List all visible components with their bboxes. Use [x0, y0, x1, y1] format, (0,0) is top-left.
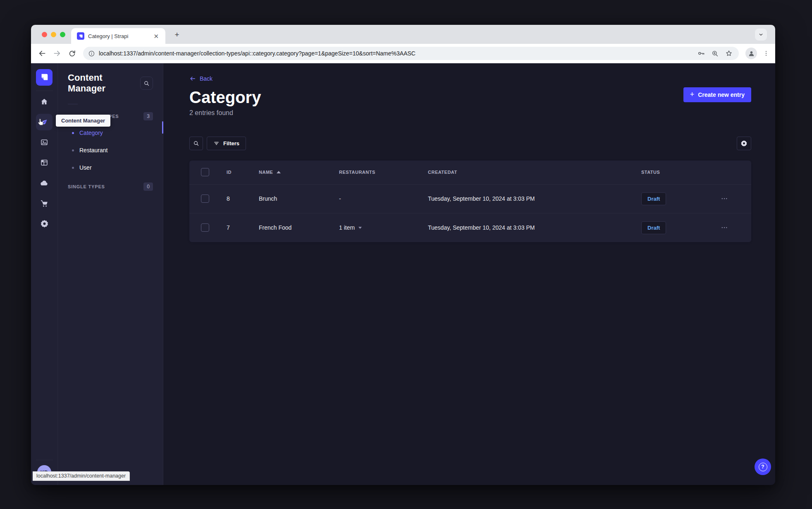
sidebar-item-restaurant[interactable]: Restaurant — [68, 142, 153, 159]
create-new-entry-button[interactable]: + Create new entry — [683, 87, 751, 102]
back-nav-icon[interactable] — [36, 47, 48, 60]
cell-id: 7 — [227, 224, 259, 231]
column-header-name[interactable]: NAME — [259, 170, 339, 175]
reload-icon[interactable] — [66, 47, 78, 60]
page-title: Category — [189, 88, 751, 107]
tab-search-chevron-icon[interactable] — [755, 29, 767, 41]
hand-cursor-icon — [36, 118, 46, 127]
row-checkbox[interactable] — [201, 223, 209, 232]
back-arrow-icon — [189, 75, 196, 82]
cell-restaurants-dropdown[interactable]: 1 item — [339, 224, 428, 231]
strapi-app: KD Content Manager COLLECTION TYPES 3 Ca… — [31, 63, 775, 485]
browser-profile-avatar[interactable] — [745, 48, 757, 59]
strapi-favicon — [77, 32, 84, 40]
collection-type-label: User — [79, 164, 92, 171]
table-row[interactable]: 7 French Food 1 item Tuesday, September … — [189, 213, 751, 242]
collection-types-count-badge: 3 — [143, 112, 153, 120]
password-key-icon[interactable] — [697, 49, 705, 58]
sidebar-item-category[interactable]: Category — [68, 124, 153, 142]
page-info-icon[interactable] — [88, 50, 95, 57]
content-manager-tooltip: Content Manager — [56, 115, 110, 127]
sort-ascending-icon — [277, 171, 281, 173]
new-tab-button[interactable]: + — [172, 29, 182, 40]
gear-icon — [40, 219, 49, 228]
entries-count: 2 entries found — [189, 109, 751, 117]
row-checkbox[interactable] — [201, 194, 209, 203]
minimize-window-button[interactable] — [51, 32, 56, 37]
single-types-count-badge: 0 — [143, 182, 153, 191]
cell-name: French Food — [259, 224, 339, 231]
browser-tab[interactable]: Category | Strapi ✕ — [71, 28, 165, 44]
question-mark-icon: ? — [759, 463, 767, 471]
sidebar-item-deploy[interactable] — [36, 175, 53, 191]
rail-divider-bottom — [36, 460, 53, 460]
column-header-id[interactable]: ID — [227, 170, 259, 175]
column-header-status[interactable]: STATUS — [641, 170, 712, 175]
select-all-checkbox[interactable] — [201, 168, 209, 176]
link-status-bubble: localhost:1337/admin/content-manager — [33, 471, 130, 481]
bullet-icon — [72, 149, 74, 151]
table-settings-button[interactable] — [737, 137, 751, 150]
single-types-label: SINGLE TYPES — [68, 184, 105, 189]
cell-name: Brunch — [259, 195, 339, 202]
window-controls — [42, 32, 65, 37]
sidebar-item-home[interactable] — [36, 94, 53, 110]
help-button[interactable]: ? — [755, 459, 771, 475]
table-row[interactable]: 8 Brunch - Tuesday, September 10, 2024 a… — [189, 184, 751, 213]
filter-toolbar: Filters — [189, 137, 751, 150]
browser-toolbar: localhost:1337/admin/content-manager/col… — [31, 44, 775, 63]
filters-button[interactable]: Filters — [207, 137, 246, 150]
bullet-icon — [72, 132, 74, 134]
media-library-icon — [40, 138, 48, 146]
strapi-logo[interactable] — [36, 69, 53, 86]
filter-lines-icon — [213, 140, 220, 146]
entries-table: ID NAME RESTAURANTS CREATEDAT STATUS 8 B… — [189, 161, 751, 242]
bookmark-star-icon[interactable] — [725, 49, 733, 58]
collection-type-label: Restaurant — [79, 147, 107, 154]
browser-menu-kebab-icon[interactable] — [763, 50, 769, 57]
row-actions-menu-icon[interactable] — [721, 195, 728, 202]
table-header-row: ID NAME RESTAURANTS CREATEDAT STATUS — [189, 161, 751, 184]
row-actions-menu-icon[interactable] — [721, 224, 728, 231]
tab-title: Category | Strapi — [88, 33, 152, 39]
url-text[interactable]: localhost:1337/admin/content-manager/col… — [99, 50, 691, 57]
panel-divider — [68, 104, 78, 104]
cell-createdat: Tuesday, September 10, 2024 at 3:03 PM — [428, 224, 641, 231]
rail-divider — [36, 91, 53, 91]
panel-search-button[interactable] — [140, 77, 153, 90]
close-window-button[interactable] — [42, 32, 47, 37]
cell-id: 8 — [227, 195, 259, 202]
chevron-down-icon — [358, 227, 362, 229]
status-badge: Draft — [641, 192, 666, 205]
plus-icon: + — [690, 91, 695, 98]
gear-icon — [740, 140, 748, 147]
sidebar-item-media-library[interactable] — [36, 134, 53, 151]
maximize-window-button[interactable] — [60, 32, 65, 37]
sidebar-item-settings[interactable] — [36, 215, 53, 232]
cloud-icon — [40, 178, 49, 187]
zoom-icon[interactable] — [711, 50, 719, 58]
cell-createdat: Tuesday, September 10, 2024 at 3:03 PM — [428, 195, 641, 202]
shopping-cart-icon — [40, 199, 49, 208]
bullet-icon — [72, 167, 74, 169]
status-badge: Draft — [641, 221, 666, 234]
sidebar-item-user[interactable]: User — [68, 159, 153, 176]
home-icon — [40, 98, 48, 106]
forward-nav-icon[interactable] — [51, 47, 63, 60]
main-content: Back Category 2 entries found + Create n… — [163, 63, 775, 485]
table-search-button[interactable] — [189, 137, 203, 150]
panel-title: Content Manager — [68, 72, 140, 94]
cell-restaurants: - — [339, 195, 428, 202]
browser-window: Category | Strapi ✕ + localhost:1337/adm… — [31, 25, 775, 485]
layout-builder-icon — [40, 158, 48, 167]
browser-tab-strip: Category | Strapi ✕ + — [31, 25, 775, 44]
tab-close-icon[interactable]: ✕ — [152, 32, 160, 40]
back-link[interactable]: Back — [189, 75, 213, 82]
sidebar-item-marketplace[interactable] — [36, 195, 53, 211]
address-bar[interactable]: localhost:1337/admin/content-manager/col… — [83, 47, 739, 60]
sidebar-item-content-type-builder[interactable] — [36, 154, 53, 171]
column-header-restaurants[interactable]: RESTAURANTS — [339, 170, 428, 175]
column-header-createdat[interactable]: CREATEDAT — [428, 170, 641, 175]
collection-type-label: Category — [79, 130, 103, 136]
